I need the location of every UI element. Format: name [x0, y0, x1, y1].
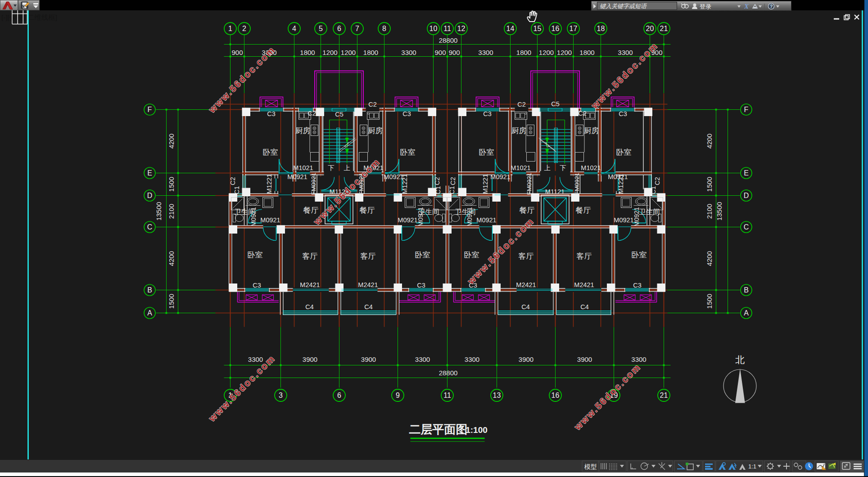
svg-text:C2: C2 [578, 110, 587, 117]
svg-text:卧室: 卧室 [263, 148, 278, 157]
svg-text:A: A [744, 309, 749, 317]
svg-text:M1021: M1021 [511, 164, 530, 171]
svg-text:登录: 登录 [700, 3, 711, 10]
svg-text:M0921: M0921 [466, 207, 473, 226]
svg-text:3300: 3300 [401, 49, 416, 56]
svg-text:卧室: 卧室 [415, 251, 430, 259]
svg-text:下: 下 [560, 164, 566, 171]
svg-text:C3: C3 [633, 282, 642, 289]
svg-text:C2: C2 [368, 101, 377, 108]
svg-text:C2: C2 [434, 177, 441, 185]
svg-text:D: D [744, 192, 749, 199]
svg-text:1800: 1800 [516, 49, 531, 56]
svg-text:M1221: M1221 [401, 174, 408, 194]
svg-text:21: 21 [660, 25, 668, 32]
svg-text:B: B [147, 286, 152, 294]
svg-text:18: 18 [597, 25, 605, 32]
svg-text:900: 900 [231, 49, 243, 56]
svg-text:3300: 3300 [631, 356, 646, 363]
svg-text:C3: C3 [619, 110, 627, 117]
svg-text:1500: 1500 [705, 177, 713, 192]
svg-text:8: 8 [382, 25, 386, 32]
svg-text:C4: C4 [364, 303, 373, 310]
svg-text:FM0921: FM0921 [310, 173, 317, 195]
svg-text:13500: 13500 [155, 202, 163, 221]
svg-text:厨房: 厨房 [295, 126, 311, 135]
svg-text:900: 900 [434, 49, 446, 56]
svg-text:M2421: M2421 [358, 281, 378, 288]
svg-text:C2: C2 [307, 110, 316, 117]
svg-text:M1021: M1021 [293, 164, 313, 171]
svg-text:2100: 2100 [167, 204, 175, 219]
svg-text:M2421: M2421 [300, 281, 320, 288]
svg-text:C1: C1 [434, 186, 442, 194]
svg-text:1800: 1800 [363, 49, 378, 56]
svg-text:1:100: 1:100 [466, 425, 488, 435]
svg-text:6: 6 [337, 25, 341, 32]
svg-text:C4: C4 [580, 303, 589, 310]
svg-text:www.56doc.com: www.56doc.com [206, 353, 277, 424]
svg-text:11: 11 [443, 25, 451, 32]
svg-text:客厅: 客厅 [577, 252, 592, 261]
svg-text:A: A [147, 309, 152, 317]
svg-text:7: 7 [355, 25, 359, 32]
svg-text:2: 2 [242, 25, 246, 32]
svg-text:?: ? [770, 4, 773, 9]
svg-text:5: 5 [319, 25, 323, 32]
svg-text:C4: C4 [521, 303, 530, 310]
svg-text:21: 21 [660, 392, 668, 399]
svg-text:1200: 1200 [341, 49, 356, 56]
svg-text:M1221: M1221 [617, 174, 624, 194]
svg-text:28800: 28800 [439, 369, 458, 377]
svg-text:餐厅: 餐厅 [576, 206, 591, 215]
svg-text:E: E [147, 169, 152, 177]
svg-text:M0921: M0921 [614, 216, 633, 224]
svg-text:11: 11 [443, 392, 451, 399]
svg-text:二层平面图: 二层平面图 [409, 423, 468, 436]
svg-text:卧室: 卧室 [400, 148, 416, 157]
svg-text:15: 15 [533, 25, 542, 32]
svg-text:卧室: 卧室 [464, 251, 479, 259]
svg-text:4200: 4200 [167, 134, 175, 148]
svg-text:F: F [744, 106, 749, 113]
svg-text:1500: 1500 [167, 177, 175, 192]
svg-text:1:1: 1:1 [748, 463, 756, 470]
svg-text:1500: 1500 [167, 294, 175, 309]
svg-text:客厅: 客厅 [303, 252, 318, 261]
svg-text:28800: 28800 [439, 36, 458, 44]
svg-text:1200: 1200 [322, 49, 337, 56]
svg-text:1: 1 [228, 25, 232, 32]
svg-text:C3: C3 [402, 110, 411, 117]
svg-text:卧室: 卧室 [632, 251, 647, 259]
svg-text:B: B [744, 286, 749, 294]
svg-text:C1: C1 [650, 186, 657, 194]
svg-text:3900: 3900 [519, 356, 533, 363]
svg-text:M2421: M2421 [516, 281, 536, 288]
svg-text:M0921: M0921 [633, 207, 640, 226]
svg-text:4200: 4200 [167, 251, 175, 266]
svg-text:1800: 1800 [300, 49, 315, 56]
svg-text:M0921: M0921 [398, 216, 417, 224]
svg-text:F: F [148, 106, 152, 113]
svg-text:3900: 3900 [577, 356, 592, 363]
svg-text:M1221: M1221 [482, 174, 489, 194]
svg-text:900: 900 [448, 49, 460, 56]
svg-text:C3: C3 [417, 282, 425, 289]
svg-text:20: 20 [646, 25, 654, 32]
svg-text:上: 上 [544, 164, 551, 171]
svg-text:卧室: 卧室 [479, 148, 494, 157]
svg-text:M0921: M0921 [260, 216, 280, 224]
svg-text:C: C [147, 223, 153, 231]
svg-text:C: C [744, 223, 749, 231]
svg-text:16: 16 [552, 392, 560, 399]
svg-text:4: 4 [292, 25, 296, 32]
svg-text:下: 下 [328, 164, 335, 171]
svg-text:卧室: 卧室 [616, 148, 632, 157]
svg-text:D: D [147, 192, 153, 199]
svg-text:10: 10 [429, 25, 438, 32]
svg-text:3: 3 [279, 392, 283, 399]
svg-text:M0921: M0921 [287, 173, 307, 180]
svg-text:M1221: M1221 [266, 174, 273, 194]
svg-text:3300: 3300 [465, 356, 479, 363]
svg-text:餐厅: 餐厅 [520, 206, 535, 215]
